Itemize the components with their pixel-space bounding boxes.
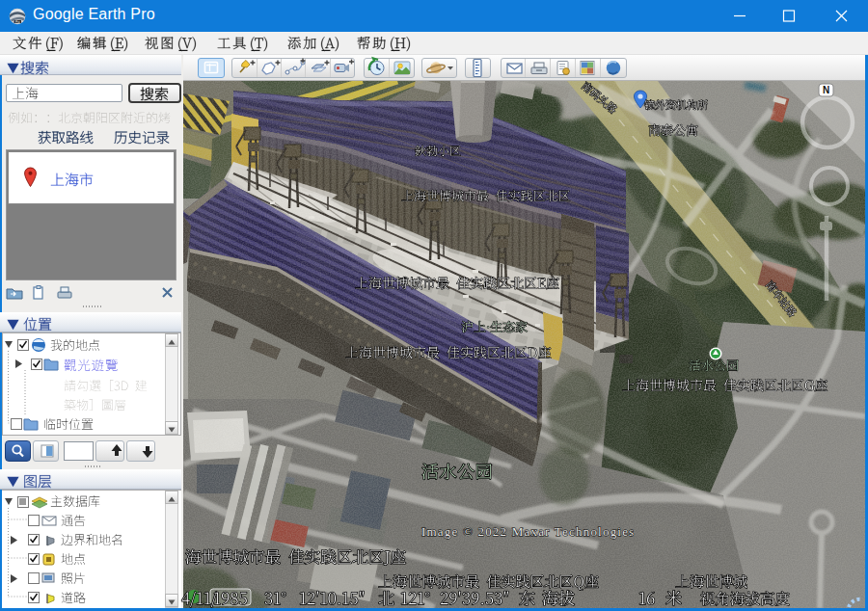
- svg-text:N: N: [823, 85, 829, 95]
- svg-text:Pro: Pro: [15, 20, 20, 24]
